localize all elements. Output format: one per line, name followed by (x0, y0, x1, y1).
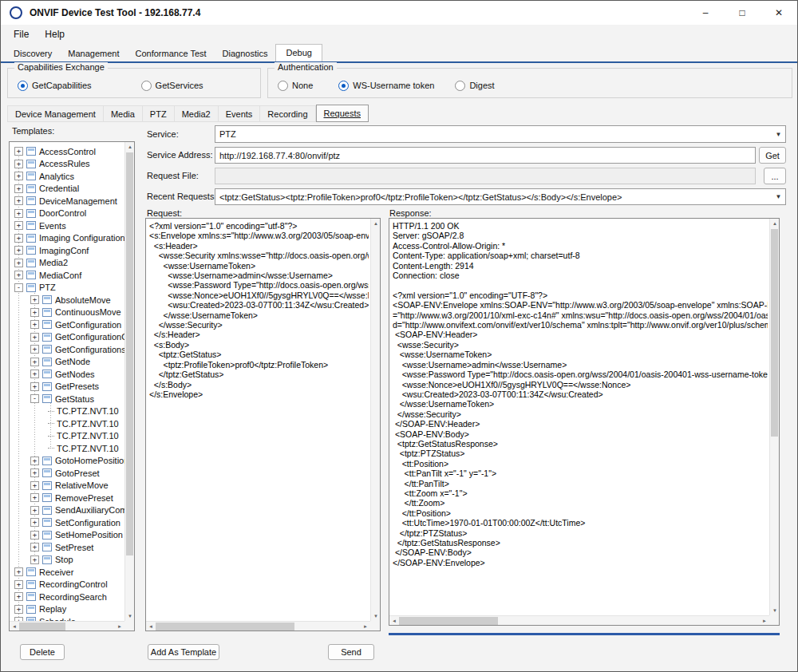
expand-icon[interactable]: + (14, 580, 23, 589)
expand-icon[interactable]: + (30, 543, 39, 551)
expand-icon[interactable]: + (30, 518, 39, 527)
request-hscroll-thumb[interactable] (156, 623, 294, 630)
tree-item-absolutemove[interactable]: +AbsoluteMove (10, 294, 124, 306)
tree-item-devicemanagement[interactable]: +DeviceManagement (10, 195, 124, 208)
add-as-template-button[interactable]: Add As Template (148, 644, 219, 660)
expand-icon[interactable]: + (30, 333, 39, 342)
scroll-down-icon[interactable]: ▼ (770, 606, 780, 615)
tab-media[interactable]: Media (104, 105, 143, 122)
tree-item-credential[interactable]: +Credential (10, 183, 124, 196)
expand-icon[interactable]: + (14, 605, 23, 614)
response-vscroll-thumb[interactable] (771, 229, 778, 437)
scroll-right-icon[interactable]: ► (115, 622, 124, 631)
response-hscroll-thumb[interactable] (399, 617, 498, 625)
tree-item-setpreset[interactable]: +SetPreset (10, 541, 124, 554)
tree-hscroll-thumb[interactable] (19, 623, 65, 630)
expand-icon[interactable]: + (30, 555, 39, 564)
tree-item-tc-ptz-nvt-10[interactable]: TC.PTZ.NVT.10 (10, 405, 124, 418)
tab-device-management[interactable]: Device Management (7, 105, 104, 122)
tree-item-recordingsearch[interactable]: +RecordingSearch (10, 591, 124, 603)
tree-item-setconfiguration[interactable]: +SetConfiguration (10, 516, 124, 529)
tab-management[interactable]: Management (60, 45, 127, 61)
tab-diagnostics[interactable]: Diagnostics (215, 45, 276, 61)
tree-horizontal-scrollbar[interactable]: ◄ ► (10, 621, 124, 630)
delete-button[interactable]: Delete (20, 644, 65, 660)
browse-button[interactable]: ... (764, 168, 786, 184)
tree-item-imaging-configuration[interactable]: +Imaging Configuration (10, 232, 124, 245)
expand-icon[interactable]: + (30, 382, 39, 391)
tree-item-getnodes[interactable]: +GetNodes (10, 368, 124, 381)
tree-item-sendauxiliarycomma[interactable]: +SendAuxiliaryComma (10, 504, 124, 517)
tab-requests[interactable]: Requests (316, 105, 369, 122)
radio-ws-username-token[interactable]: WS-Username token (338, 81, 434, 91)
collapse-icon[interactable]: - (14, 283, 23, 292)
tree-item-getconfiguration[interactable]: +GetConfiguration (10, 318, 124, 331)
tree-item-tc-ptz-nvt-10[interactable]: TC.PTZ.NVT.10 (10, 417, 124, 430)
expand-icon[interactable]: + (14, 271, 23, 279)
response-textarea[interactable]: HTTP/1.1 200 OK Server: gSOAP/2.8 Access… (389, 218, 780, 626)
scroll-right-icon[interactable]: ► (760, 616, 769, 626)
tree-item-getconfigurations[interactable]: +GetConfigurations (10, 343, 124, 356)
expand-icon[interactable]: + (30, 506, 39, 515)
expand-icon[interactable]: + (14, 184, 23, 193)
tab-events[interactable]: Events (219, 105, 261, 122)
expand-icon[interactable]: + (14, 221, 23, 230)
close-button[interactable]: ✕ (760, 1, 797, 25)
scroll-right-icon[interactable]: ► (361, 622, 370, 631)
expand-icon[interactable]: + (14, 160, 23, 168)
tree-vertical-scrollbar[interactable]: ▲ ▼ (124, 142, 134, 621)
tab-debug[interactable]: Debug (275, 44, 322, 61)
request-textarea[interactable]: <?xml version="1.0" encoding="utf-8"?> <… (145, 218, 381, 631)
expand-icon[interactable]: + (30, 358, 39, 366)
tab-discovery[interactable]: Discovery (6, 45, 60, 61)
menu-help[interactable]: Help (37, 26, 73, 43)
tree-item-sethomeposition[interactable]: +SetHomePosition (10, 529, 124, 542)
tree-item-schedule[interactable]: +Schedule (10, 615, 124, 621)
tree-item-relativemove[interactable]: +RelativeMove (10, 480, 124, 492)
tree-item-doorcontrol[interactable]: +DoorControl (10, 208, 124, 220)
collapse-icon[interactable]: - (30, 394, 39, 403)
recent-requests-combo[interactable]: <tptz:GetStatus><tptz:ProfileToken>prof0… (215, 188, 786, 205)
tree-item-replay[interactable]: +Replay (10, 603, 124, 616)
maximize-button[interactable]: □ (724, 1, 760, 25)
scroll-up-icon[interactable]: ▲ (125, 142, 135, 152)
request-vertical-scrollbar[interactable]: ▲ ▼ (370, 219, 380, 621)
tree-item-getpresets[interactable]: +GetPresets (10, 381, 124, 393)
tab-ptz[interactable]: PTZ (143, 105, 175, 122)
request-horizontal-scrollbar[interactable]: ◄ ► (146, 621, 370, 630)
expand-icon[interactable]: + (14, 567, 23, 576)
tree-item-events[interactable]: +Events (10, 219, 124, 232)
tree-item-accesscontrol[interactable]: +AccessControl (10, 145, 124, 158)
scroll-left-icon[interactable]: ◄ (146, 622, 156, 631)
expand-icon[interactable]: + (14, 147, 23, 156)
tree-item-continuousmove[interactable]: +ContinuousMove (10, 306, 124, 319)
expand-icon[interactable]: + (14, 172, 23, 180)
tree-item-getstatus[interactable]: -GetStatus (10, 393, 124, 405)
tab-conformance-test[interactable]: Conformance Test (128, 45, 215, 61)
expand-icon[interactable]: + (30, 493, 39, 502)
expand-icon[interactable]: + (14, 246, 23, 255)
tree-item-tc-ptz-nvt-10[interactable]: TC.PTZ.NVT.10 (10, 430, 124, 443)
expand-icon[interactable]: + (30, 481, 39, 490)
request-file-input[interactable] (215, 168, 756, 184)
tree-item-gotohomeposition[interactable]: +GotoHomePosition (10, 455, 124, 468)
tree-item-gotopreset[interactable]: +GotoPreset (10, 467, 124, 480)
minimize-button[interactable]: – (687, 1, 724, 25)
expand-icon[interactable]: + (30, 370, 39, 378)
scroll-left-icon[interactable]: ◄ (10, 622, 19, 631)
tree-item-imagingconf[interactable]: +ImagingConf (10, 244, 124, 257)
tree-item-stop[interactable]: +Stop (10, 554, 124, 567)
tree-item-media2[interactable]: +Media2 (10, 257, 124, 270)
tree-item-recordingcontrol[interactable]: +RecordingControl (10, 579, 124, 591)
tree-item-tc-ptz-nvt-10[interactable]: TC.PTZ.NVT.10 (10, 442, 124, 455)
scroll-down-icon[interactable]: ▼ (371, 611, 381, 621)
service-combo[interactable]: PTZ ▼ (215, 125, 786, 143)
response-vertical-scrollbar[interactable]: ▲ ▼ (769, 219, 779, 615)
radio-none[interactable]: None (278, 81, 313, 91)
scroll-up-icon[interactable]: ▲ (770, 219, 780, 228)
expand-icon[interactable]: + (30, 468, 39, 477)
expand-icon[interactable]: + (14, 209, 23, 218)
tree-item-ptz[interactable]: -PTZ (10, 282, 124, 294)
tree-vscroll-thumb[interactable] (126, 152, 133, 555)
radio-getcapabilities[interactable]: GetCapabilities (18, 81, 92, 91)
